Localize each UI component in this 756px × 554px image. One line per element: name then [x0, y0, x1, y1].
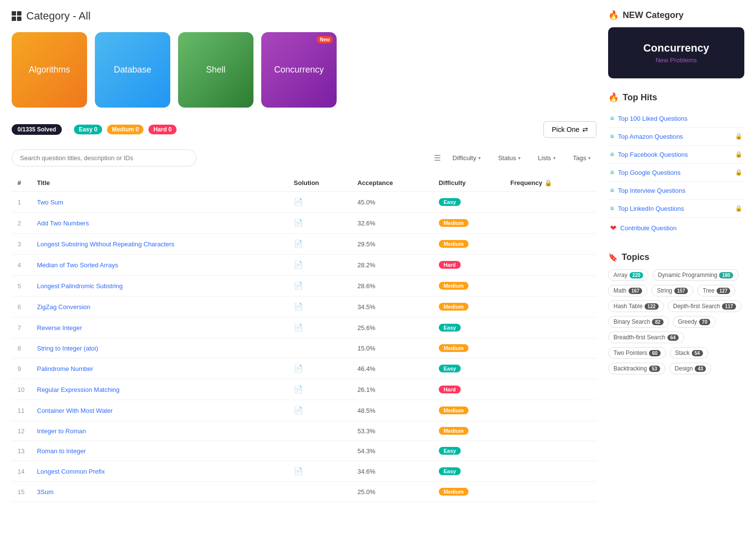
solution-icon[interactable]: 📄	[294, 323, 303, 332]
topic-tag[interactable]: Array 220	[608, 269, 648, 281]
new-category-card-title: Concurrency	[618, 42, 735, 55]
topic-tag[interactable]: Dynamic Programming 180	[652, 269, 738, 281]
row-solution: 📄	[288, 379, 352, 400]
row-title: Container With Most Water	[31, 400, 288, 421]
topic-tag[interactable]: Two Pointers 60	[608, 347, 666, 359]
difficulty-filter-button[interactable]: Difficulty ▾	[447, 151, 486, 165]
row-acceptance: 32.6%	[352, 213, 433, 234]
solution-icon[interactable]: 📄	[294, 198, 303, 206]
problem-link[interactable]: Median of Two Sorted Arrays	[37, 261, 118, 269]
topic-tag[interactable]: String 157	[651, 285, 693, 296]
problem-link[interactable]: Roman to Integer	[37, 447, 86, 455]
problem-link[interactable]: Two Sum	[37, 199, 63, 206]
heart-icon: ❤	[610, 223, 616, 233]
category-card-shell[interactable]: Shell	[178, 32, 253, 108]
list-item-label: Top Google Questions	[618, 169, 681, 176]
row-frequency	[504, 234, 596, 255]
row-solution: 📄	[288, 358, 352, 379]
topic-tag[interactable]: Hash Table 122	[608, 300, 664, 312]
category-card-database[interactable]: Database	[95, 32, 170, 108]
list-item[interactable]: ≡ Top Facebook Questions 🔒	[608, 146, 744, 164]
topic-tag[interactable]: Breadth-first Search 64	[608, 332, 684, 343]
problem-link[interactable]: Integer to Roman	[37, 427, 86, 435]
problem-link[interactable]: Container With Most Water	[37, 407, 113, 414]
solution-icon[interactable]: 📄	[294, 281, 303, 290]
new-category-card[interactable]: Concurrency New Problems	[608, 27, 744, 78]
topic-tag[interactable]: Tree 127	[697, 285, 736, 296]
topic-tag[interactable]: Design 43	[669, 363, 711, 374]
problem-link[interactable]: ZigZag Conversion	[37, 303, 90, 311]
page-title: Category - All	[26, 10, 90, 22]
list-item-left: ≡ Top 100 Liked Questions	[610, 114, 687, 122]
problem-link[interactable]: Reverse Integer	[37, 324, 82, 332]
lists-filter-button[interactable]: Lists ▾	[532, 151, 561, 165]
row-frequency	[504, 338, 596, 358]
problem-link[interactable]: String to Integer (atoi)	[37, 345, 98, 352]
row-acceptance: 48.5%	[352, 400, 433, 421]
row-solution: 📄	[288, 255, 352, 276]
category-card-concurrency[interactable]: New Concurrency	[261, 32, 337, 108]
topic-count: 167	[629, 288, 643, 294]
list-item[interactable]: ≡ Top LinkedIn Questions 🔒	[608, 200, 744, 218]
difficulty-badge: Medium	[439, 427, 469, 435]
solution-icon[interactable]: 📄	[294, 385, 303, 393]
row-title: Two Sum	[31, 192, 288, 213]
list-item[interactable]: ≡ Top 100 Liked Questions	[608, 110, 744, 128]
row-solution: 📄	[288, 461, 352, 482]
problem-link[interactable]: Longest Common Prefix	[37, 468, 105, 475]
row-difficulty: Easy	[433, 358, 504, 379]
topic-tag[interactable]: Math 167	[608, 285, 648, 296]
category-card-algorithms[interactable]: Algorithms	[12, 32, 87, 108]
problem-link[interactable]: Longest Substring Without Repeating Char…	[37, 240, 175, 248]
problem-link[interactable]: Add Two Numbers	[37, 220, 89, 227]
topic-count: 64	[667, 334, 679, 341]
table-header-row: # Title Solution Acceptance Difficulty F…	[12, 174, 596, 192]
topic-tag[interactable]: Greedy 70	[673, 316, 716, 328]
list-item[interactable]: ≡ Top Interview Questions	[608, 182, 744, 200]
topic-count: 157	[674, 288, 688, 294]
row-frequency	[504, 296, 596, 317]
topic-tag[interactable]: Depth-first Search 117	[668, 300, 741, 312]
row-difficulty: Hard	[433, 379, 504, 400]
hard-badge[interactable]: Hard 0	[148, 125, 176, 134]
row-acceptance: 29.5%	[352, 234, 433, 255]
list-lines-icon: ≡	[610, 186, 614, 194]
row-difficulty: Medium	[433, 482, 504, 502]
problem-link[interactable]: Palindrome Number	[37, 365, 93, 372]
tags-filter-button[interactable]: Tags ▾	[567, 151, 596, 165]
row-acceptance: 26.1%	[352, 379, 433, 400]
contribute-row[interactable]: ❤ Contribute Question	[608, 218, 744, 239]
list-item[interactable]: ≡ Top Google Questions 🔒	[608, 164, 744, 182]
page-wrapper: Category - All Algorithms Database Shell…	[0, 0, 756, 554]
topic-tag[interactable]: Binary Search 82	[608, 316, 669, 328]
solution-icon[interactable]: 📄	[294, 406, 303, 414]
topic-tag[interactable]: Backtracking 53	[608, 363, 666, 374]
topic-tag[interactable]: Stack 54	[670, 347, 708, 359]
list-item-label: Top 100 Liked Questions	[618, 115, 687, 122]
topics-grid: Array 220 Dynamic Programming 180 Math 1…	[608, 269, 744, 374]
problem-link[interactable]: Regular Expression Matching	[37, 386, 120, 393]
list-item[interactable]: ≡ Top Amazon Questions 🔒	[608, 128, 744, 146]
problems-tbody: 1 Two Sum 📄 45.0% Easy 2 Add Two Numbers…	[12, 192, 596, 502]
filter-icon[interactable]: ☰	[434, 153, 441, 163]
solution-icon[interactable]: 📄	[294, 240, 303, 248]
solution-icon[interactable]: 📄	[294, 364, 303, 372]
problem-link[interactable]: 3Sum	[37, 488, 54, 496]
problem-link[interactable]: Longest Palindromic Substring	[37, 282, 123, 290]
easy-badge[interactable]: Easy 0	[74, 125, 102, 134]
row-title: Roman to Integer	[31, 441, 288, 461]
pick-one-button[interactable]: Pick One ⇄	[543, 121, 596, 138]
topic-count: 53	[649, 366, 660, 372]
search-input[interactable]	[12, 149, 197, 166]
solution-icon[interactable]: 📄	[294, 219, 303, 227]
category-label-database: Database	[114, 65, 151, 75]
medium-badge[interactable]: Medium 0	[107, 125, 144, 134]
top-hits-fire-icon: 🔥	[608, 92, 619, 103]
solution-icon[interactable]: 📄	[294, 467, 303, 475]
top-hits-title: Top Hits	[623, 92, 657, 103]
solution-icon[interactable]: 📄	[294, 260, 303, 269]
status-filter-button[interactable]: Status ▾	[492, 151, 526, 165]
solution-icon[interactable]: 📄	[294, 302, 303, 311]
topic-label: Hash Table	[613, 303, 643, 310]
lock-icon: 🔒	[735, 133, 742, 140]
